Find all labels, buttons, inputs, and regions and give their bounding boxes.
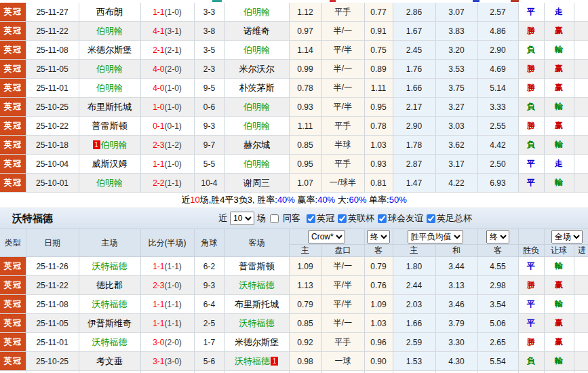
home-team-cell: 沃特福德 [79,295,140,314]
handicap-cell: 平手 [321,333,364,352]
handicap-result-cell: 赢 [544,60,574,79]
corner-cell: 9-7 [194,136,224,155]
overflow-cell [574,79,588,98]
overflow-cell [574,60,588,79]
overflow-cell [574,295,588,314]
summary-segment: 40% [277,195,295,205]
asia-away-odds-cell: 0.76 [364,276,393,295]
home-team-cell: 考文垂 [79,352,140,371]
handicap-result-flag: 輸 [555,102,563,111]
result-cell: 平 [518,174,544,193]
remnant-mark [330,0,336,2]
league-filter-checkbox[interactable] [338,214,347,223]
section-title: 沃特福德 [12,212,53,225]
team-name: 布里斯托城 [235,299,279,309]
same-away-checkbox[interactable] [270,214,279,223]
euro-home-odds-cell: 2.59 [393,333,435,352]
overflow-cell [574,155,588,174]
league-filter-checkbox[interactable] [427,214,435,223]
team-name: 伯明翰 [96,83,123,93]
home-team-cell: 德比郡 [79,276,140,295]
overflow-cell [574,117,588,136]
score-cell: 2-3(1-0) [140,276,194,295]
asia-final-select[interactable]: 终 [367,230,390,243]
match-row: 英冠25-10-01伯明翰2-2(1-1)10-4谢周三1.07一/球半0.81… [0,174,588,193]
score-cell: 3-1(3-0) [140,352,194,371]
full-time-score: 2-3 [153,281,164,290]
full-time-score: 2-2 [153,178,164,188]
euro-final-select-cell: 终 [477,229,518,245]
asia-home-odds-cell: 1.09 [289,257,321,276]
odds-type-select[interactable]: 胜平负均值 [408,230,463,243]
league-filter-checkbox[interactable] [378,214,387,223]
league-filter-label: 英足总杯 [437,212,472,224]
full-time-score: 2-3 [153,140,164,150]
corner-cell: 9-3 [194,276,224,295]
home-team-cell: 米德尔斯堡 [79,41,140,60]
overflow-cell [574,98,588,117]
league-cell: 英冠 [0,257,26,276]
bookmaker-select[interactable]: Crow* [308,230,345,243]
win-lose-flag: 平 [527,261,535,271]
summary-segment: 10 [190,195,199,205]
league-filter-checkbox[interactable] [307,214,315,223]
clipped-cell [224,371,289,373]
asia-away-odds-cell: 0.95 [364,98,393,117]
euro-home-odds-cell: 2.90 [393,117,435,136]
clipped-cell [544,371,574,373]
win-lose-flag: 勝 [527,83,535,92]
league-filter[interactable]: 球会友谊 [376,212,423,224]
away-team-cell: 谢周三 [224,174,289,193]
full-time-score: 1-1 [153,7,164,17]
recent-games-select[interactable]: 10 [230,212,254,225]
clipped-cell [140,371,194,373]
euro-away-odds-cell: 6.93 [477,174,518,193]
clipped-cell [518,371,544,373]
team-name: 伯明翰 [243,121,270,131]
team-name: 伯明翰 [101,140,128,150]
result-cell: 勝 [518,60,544,79]
col-date-header: 日期 [26,229,79,257]
corner-cell: 3-3 [194,3,224,22]
result-cell: 勝 [518,22,544,41]
match-row: 英冠25-11-22德比郡2-3(1-0)9-3沃特福德1.13平/半0.762… [0,276,588,295]
clipped-cell [435,371,477,373]
date-cell: 25-10-25 [26,352,79,371]
league-badge: 英冠 [4,356,22,366]
euro-final-select[interactable]: 终 [486,230,509,243]
handicap-cell: 半/一 [321,257,364,276]
league-filter[interactable]: 英冠 [305,212,334,224]
scope-select[interactable]: 全场 [551,230,583,243]
win-lose-flag: 負 [527,102,535,111]
handicap-result-cell: 赢 [544,117,574,136]
euro-draw-odds-cell: 4.30 [435,352,477,371]
half-time-score: (1-1) [165,319,182,328]
euro-home-odds-cell: 1.47 [393,174,435,193]
asia-home-odds-cell: 1.07 [289,174,321,193]
asia-away-odds-cell: 0.81 [364,174,393,193]
euro-away-odds-cell: 2.55 [477,117,518,136]
full-time-score: 3-0 [153,338,164,347]
date-cell: 25-10-01 [26,174,79,193]
euro-away-odds-cell: 2.65 [477,333,518,352]
handicap-result-flag: 走 [555,159,563,168]
result-cell: 勝 [518,276,544,295]
asia-away-odds-cell: 0.75 [364,41,393,60]
league-badge: 英冠 [4,159,22,168]
asia-away-odds-cell: 1.03 [364,314,393,333]
red-card-badge: 1 [93,140,100,149]
euro-draw-odds-cell: 3.27 [435,98,477,117]
full-time-score: 1-0 [153,102,164,112]
corner-cell: 5-5 [194,155,224,174]
full-time-score: 4-0 [153,64,164,74]
league-filter[interactable]: 英联杯 [336,212,374,224]
team-name: 伊普斯维奇 [87,318,132,328]
league-badge: 英冠 [4,121,22,130]
league-filter[interactable]: 英足总杯 [425,212,472,224]
league-badge: 英冠 [4,178,22,187]
odds-type-select-cell: 胜平负均值 [393,229,477,245]
euro-away-odds-cell: 2.98 [477,276,518,295]
full-time-score: 2-1 [153,45,164,55]
league-badge: 英冠 [4,261,22,271]
handicap-cell: 半/一 [321,79,364,98]
